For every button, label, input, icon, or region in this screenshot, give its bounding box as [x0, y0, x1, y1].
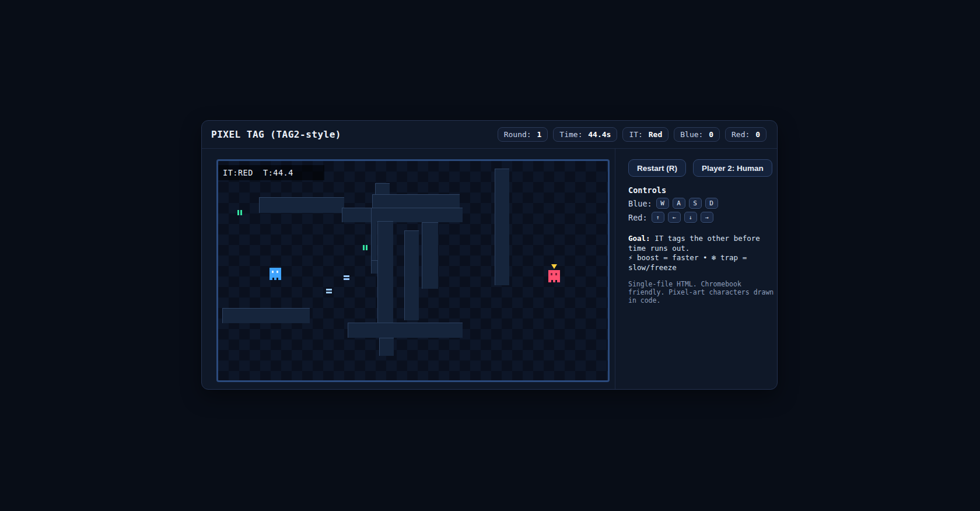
player-blue: [270, 268, 281, 280]
trap-item: [326, 289, 332, 293]
stat-badge-time: Time: 44.4s: [553, 127, 617, 142]
boost-item: [363, 245, 368, 250]
boost-item: [237, 210, 242, 215]
blue-key: A: [673, 198, 685, 209]
red-label: Red:: [628, 213, 648, 222]
blue-label: Blue:: [628, 199, 652, 208]
game-canvas[interactable]: IT:RED T:44.4: [216, 159, 610, 382]
wall: [222, 308, 310, 323]
game-panel: IT:RED T:44.4: [202, 149, 615, 389]
page-title: PIXEL TAG (TAG2-style): [211, 129, 341, 140]
wall: [495, 169, 509, 285]
wall: [372, 194, 460, 208]
red-key: →: [701, 212, 713, 223]
wall: [379, 338, 394, 356]
wall: [259, 197, 344, 213]
stat-badges: Round: 1Time: 44.4sIT: RedBlue: 0Red: 0: [498, 127, 766, 142]
card-body: IT:RED T:44.4 Restart (R) Player 2: Huma…: [202, 149, 777, 389]
goal-hints: ⚡ boost = faster • ❄ trap = slow/freeze: [628, 253, 767, 272]
stat-badge-blue: Blue: 0: [674, 127, 720, 142]
wall: [342, 208, 463, 222]
wall: [348, 323, 463, 338]
red-key: ↑: [652, 212, 664, 223]
red-controls-row: Red: ↑←↓→: [628, 212, 775, 223]
red-keys: ↑←↓→: [652, 212, 713, 223]
blue-key: S: [689, 198, 702, 209]
hud-overlay: IT:RED T:44.4: [218, 165, 324, 180]
wall: [422, 222, 438, 289]
stat-badge-it: IT: Red: [622, 127, 668, 142]
blue-keys: WASD: [656, 198, 718, 209]
goal-label: Goal:: [628, 234, 650, 243]
game-card: PIXEL TAG (TAG2-style) Round: 1Time: 44.…: [201, 120, 778, 390]
restart-button[interactable]: Restart (R): [628, 159, 686, 177]
button-row: Restart (R) Player 2: Human: [628, 159, 775, 177]
stat-badge-round: Round: 1: [498, 127, 548, 142]
blue-key: W: [656, 198, 669, 209]
red-key: ←: [668, 212, 681, 223]
it-marker-icon: [551, 264, 557, 269]
stat-badge-red: Red: 0: [725, 127, 766, 142]
trap-item: [344, 275, 349, 280]
sidebar: Restart (R) Player 2: Human Controls Blu…: [615, 149, 785, 389]
wall: [404, 230, 419, 320]
player-red: [548, 270, 560, 282]
blue-controls-row: Blue: WASD: [628, 198, 775, 209]
header: PIXEL TAG (TAG2-style) Round: 1Time: 44.…: [202, 121, 777, 149]
wall: [377, 221, 393, 323]
wall: [371, 208, 377, 265]
red-key: ↓: [684, 212, 697, 223]
footer-note: Single-file HTML. Chromebook friendly. P…: [628, 280, 775, 304]
blue-key: D: [705, 198, 718, 209]
player2-toggle-button[interactable]: Player 2: Human: [693, 159, 772, 177]
controls-heading: Controls: [628, 186, 775, 195]
page: PIXEL TAG (TAG2-style) Round: 1Time: 44.…: [0, 0, 980, 511]
goal-text: Goal: IT tags the other before time runs…: [628, 234, 767, 272]
